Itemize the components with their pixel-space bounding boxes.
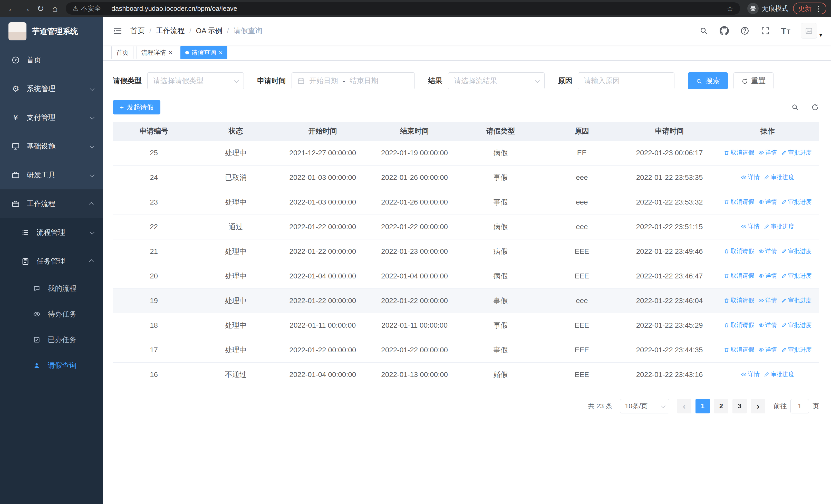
page-button-1[interactable]: 1 [695, 399, 710, 413]
search-toggle-icon[interactable] [791, 103, 799, 111]
detail-link[interactable]: 详情 [758, 321, 777, 329]
approval-progress-link[interactable]: 审批进度 [764, 223, 794, 231]
close-icon[interactable]: × [219, 49, 223, 56]
browser-home-button[interactable]: ⌂ [48, 1, 62, 16]
hamburger-icon[interactable] [111, 25, 124, 37]
approval-progress-link[interactable]: 审批进度 [781, 272, 812, 280]
sidebar-item-workflow[interactable]: 工作流程 [0, 189, 103, 218]
reason-field-wrap [578, 72, 675, 89]
prev-page-button[interactable]: ‹ [677, 399, 691, 413]
cell-id: 19 [113, 289, 195, 313]
bookmark-star-icon[interactable]: ☆ [726, 4, 734, 13]
github-icon[interactable] [719, 25, 730, 37]
cancel-leave-link[interactable]: 取消请假 [724, 247, 754, 255]
pen-icon [781, 298, 787, 303]
clipboard-icon [20, 257, 31, 265]
cell-reason: eee [541, 214, 623, 239]
table-row: 25 处理中 2021-12-27 00:00:00 2022-01-19 00… [113, 141, 819, 165]
detail-link[interactable]: 详情 [758, 296, 777, 304]
sidebar-item-task-management[interactable]: 任务管理 [0, 247, 103, 276]
sidebar-item-dev-tools[interactable]: 研发工具 [0, 161, 103, 189]
column-header: 申请编号 [113, 122, 195, 141]
reset-button[interactable]: 重置 [734, 72, 774, 89]
approval-progress-link[interactable]: 审批进度 [781, 321, 812, 329]
reason-input[interactable] [584, 77, 668, 85]
sidebar-item-pending-tasks[interactable]: 待办任务 [0, 301, 103, 327]
create-leave-button[interactable]: + 发起请假 [113, 100, 161, 114]
sidebar-item-payment-management[interactable]: ¥ 支付管理 [0, 103, 103, 132]
approval-progress-link[interactable]: 审批进度 [781, 198, 812, 206]
sidebar-item-my-processes[interactable]: 我的流程 [0, 276, 103, 301]
sidebar-item-label: 我的流程 [48, 284, 77, 293]
cell-operations: 取消请假详情审批进度 [716, 289, 819, 313]
sidebar-item-infrastructure[interactable]: 基础设施 [0, 132, 103, 161]
cancel-leave-link[interactable]: 取消请假 [724, 296, 754, 304]
sidebar-item-process-management[interactable]: 流程管理 [0, 218, 103, 247]
detail-link[interactable]: 详情 [758, 272, 777, 280]
tab-leave-query[interactable]: 请假查询 × [180, 46, 227, 59]
browser-forward-button[interactable]: → [19, 1, 33, 16]
apply-time-range-picker[interactable]: 开始日期 - 结束日期 [291, 72, 415, 89]
eye-icon [758, 150, 764, 155]
cancel-leave-link[interactable]: 取消请假 [724, 149, 754, 156]
avatar[interactable] [801, 23, 817, 38]
browser-back-button[interactable]: ← [5, 1, 19, 16]
search-button[interactable]: 搜索 [688, 72, 728, 89]
font-size-icon[interactable]: TT [780, 25, 792, 37]
page-size-select[interactable]: 10条/页 [620, 399, 669, 413]
result-select[interactable]: 请选择流结果 [448, 72, 545, 89]
refresh-table-icon[interactable] [811, 103, 819, 111]
security-warning[interactable]: ⚠ 不安全 [73, 4, 101, 13]
detail-link[interactable]: 详情 [758, 149, 777, 156]
approval-progress-link[interactable]: 审批进度 [781, 247, 812, 255]
browser-reload-button[interactable]: ↻ [33, 1, 48, 16]
approval-progress-link[interactable]: 审批进度 [781, 149, 812, 156]
browser-menu-icon[interactable]: ⋮ [814, 4, 822, 13]
approval-progress-link[interactable]: 审批进度 [781, 296, 812, 304]
next-page-button[interactable]: › [751, 399, 765, 413]
detail-link[interactable]: 详情 [758, 198, 777, 206]
address-bar[interactable]: ⚠ 不安全 dashboard.yudao.iocoder.cn/bpm/oa/… [66, 2, 740, 14]
close-icon[interactable]: × [169, 49, 172, 56]
approval-progress-link[interactable]: 审批进度 [764, 173, 794, 181]
fullscreen-icon[interactable] [760, 25, 771, 37]
page-size-value: 10条/页 [625, 402, 648, 411]
page-button-3[interactable]: 3 [733, 399, 747, 413]
sidebar-item-leave-query[interactable]: 请假查询 [0, 353, 103, 378]
browser-update-button[interactable]: 更新 ⋮ [793, 3, 826, 14]
leave-type-select[interactable]: 请选择请假类型 [147, 72, 244, 89]
page-button-2[interactable]: 2 [714, 399, 728, 413]
breadcrumb-separator: / [190, 27, 192, 35]
pagination-total: 共 23 条 [588, 402, 612, 411]
cell-status: 处理中 [195, 289, 277, 313]
approval-progress-link[interactable]: 审批进度 [764, 370, 794, 378]
tab-process-detail[interactable]: 流程详情 × [137, 46, 177, 59]
leave-table: 申请编号 状态 开始时间 结束时间 请假类型 原因 申请时间 操作 25 处理中… [113, 122, 819, 387]
breadcrumb-item[interactable]: 工作流程 [156, 26, 185, 36]
detail-link[interactable]: 详情 [741, 370, 760, 378]
sidebar-item-home[interactable]: 首页 [0, 46, 103, 75]
search-icon[interactable] [698, 25, 709, 37]
eye-icon [31, 310, 42, 318]
breadcrumb-item[interactable]: 首页 [131, 26, 145, 36]
tab-home[interactable]: 首页 [111, 46, 134, 59]
help-icon[interactable] [739, 25, 750, 37]
cancel-leave-link[interactable]: 取消请假 [724, 198, 754, 206]
sidebar-item-system-management[interactable]: ⚙ 系统管理 [0, 75, 103, 103]
detail-link[interactable]: 详情 [741, 173, 760, 181]
approval-progress-link[interactable]: 审批进度 [781, 346, 812, 354]
user-menu[interactable]: ▾ [801, 23, 822, 38]
cell-apply-time: 2022-01-22 23:46:04 [623, 289, 716, 313]
sidebar-item-done-tasks[interactable]: 已办任务 [0, 327, 103, 353]
cancel-leave-link[interactable]: 取消请假 [724, 321, 754, 329]
breadcrumb-item[interactable]: OA 示例 [196, 26, 223, 36]
detail-link[interactable]: 详情 [758, 247, 777, 255]
cancel-leave-link[interactable]: 取消请假 [724, 272, 754, 280]
cancel-leave-link[interactable]: 取消请假 [724, 346, 754, 354]
detail-link[interactable]: 详情 [758, 346, 777, 354]
goto-page-input[interactable] [791, 399, 809, 413]
top-navbar: 首页 / 工作流程 / OA 示例 / 请假查询 TT ▾ [103, 17, 831, 45]
trash-icon [724, 273, 729, 279]
detail-link[interactable]: 详情 [741, 223, 760, 231]
table-row: 24 已取消 2022-01-03 00:00:00 2022-01-26 00… [113, 165, 819, 190]
